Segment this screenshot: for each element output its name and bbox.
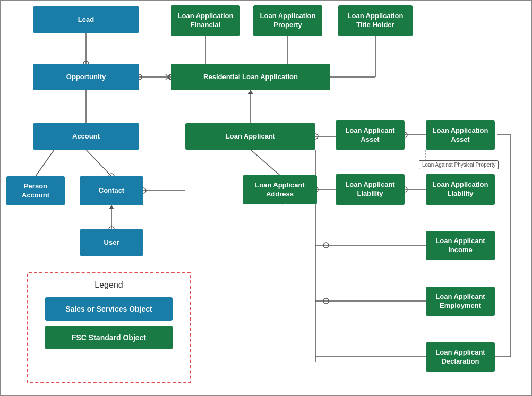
loan-applicant-liability-node: Loan Applicant Liability <box>336 174 405 205</box>
user-node: User <box>80 229 143 256</box>
loan-applicant-income-node: Loan Applicant Income <box>426 231 495 260</box>
loan-against-property-label: Loan Against Physical Property <box>419 160 499 169</box>
legend-box: Legend Sales or Services Object FSC Stan… <box>27 272 191 383</box>
residential-loan-node: Residential Loan Application <box>171 64 330 90</box>
opportunity-node: Opportunity <box>33 64 139 90</box>
svg-point-39 <box>323 298 329 304</box>
legend-blue-node: Sales or Services Object <box>45 297 173 321</box>
account-node: Account <box>33 123 139 150</box>
legend-item-blue: Sales or Services Object <box>38 297 179 321</box>
svg-line-6 <box>166 74 171 80</box>
loan-applicant-declaration-node: Loan Applicant Declaration <box>426 342 495 372</box>
diagram-container: Lead Opportunity Account Person Account … <box>0 0 532 396</box>
svg-marker-13 <box>248 90 253 94</box>
loan-applicant-employment-node: Loan Applicant Employment <box>426 287 495 316</box>
svg-line-14 <box>36 150 54 176</box>
svg-line-15 <box>86 150 111 176</box>
svg-point-37 <box>323 243 329 248</box>
loan-applicant-address-node: Loan Applicant Address <box>243 175 317 204</box>
loan-applicant-asset-node: Loan Applicant Asset <box>336 120 405 150</box>
lead-node: Lead <box>33 6 139 33</box>
legend-item-green: FSC Standard Object <box>38 326 179 349</box>
legend-green-node: FSC Standard Object <box>45 326 173 349</box>
svg-marker-18 <box>109 205 114 209</box>
loan-app-asset-node: Loan Application Asset <box>426 120 495 150</box>
person-account-node: Person Account <box>6 176 65 205</box>
loan-app-title-node: Loan Application Title Holder <box>338 5 413 36</box>
legend-title: Legend <box>28 280 190 290</box>
loan-applicant-node: Loan Applicant <box>185 123 315 150</box>
loan-app-financial-node: Loan Application Financial <box>171 5 240 36</box>
contact-node: Contact <box>80 176 143 205</box>
svg-line-7 <box>166 74 171 80</box>
loan-app-liability-node: Loan Application Liability <box>426 174 495 205</box>
svg-line-22 <box>251 150 280 175</box>
loan-app-property-node: Loan Application Property <box>253 5 322 36</box>
